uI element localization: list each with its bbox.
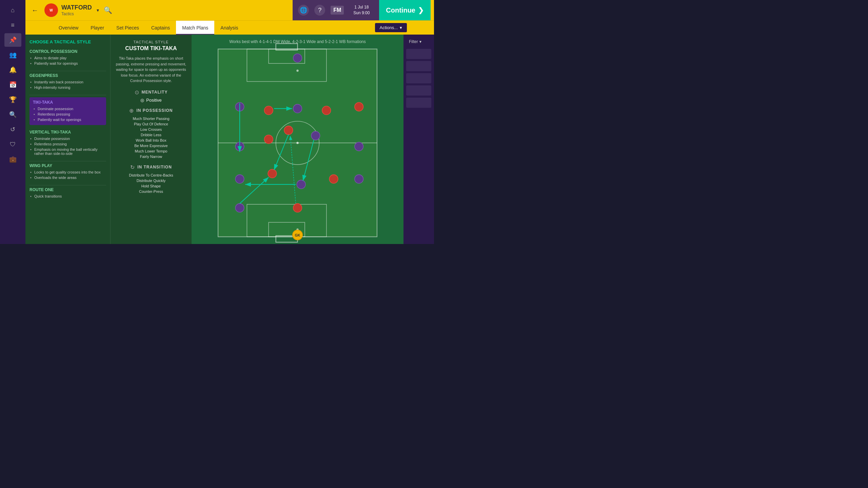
tactical-name: CUSTOM TIKI-TAKA: [115, 45, 187, 52]
tab-overview[interactable]: Overview: [53, 21, 84, 35]
style-tiki-taka[interactable]: TIKI-TAKA Dominate possession Relentless…: [29, 97, 106, 125]
transition-item: Distribute To Centre-Backs: [115, 172, 187, 178]
svg-point-13: [293, 54, 302, 62]
sidebar-shield[interactable]: 🛡: [4, 138, 21, 151]
svg-point-18: [355, 102, 363, 111]
in-possession-header: ⊕ IN POSSESSION: [115, 107, 187, 114]
back-button[interactable]: ←: [29, 5, 41, 16]
tactical-style-title: CHOOSE A TACTICAL STYLE: [29, 39, 106, 44]
style-bullets-control-possession: Aims to dictate play Patiently wait for …: [29, 55, 106, 66]
sidebar-search[interactable]: 🔍: [4, 108, 21, 121]
style-bullets-gegenpress: Instantly win back possession High-inten…: [29, 79, 106, 90]
divider: [29, 71, 106, 71]
svg-point-22: [311, 131, 320, 140]
bullet: Aims to dictate play: [29, 55, 106, 61]
far-right-item[interactable]: [406, 73, 431, 83]
mentality-header: ⊙ MENTALITY: [115, 89, 187, 96]
svg-point-16: [293, 104, 302, 113]
nav-tabs: Overview Player Set Pieces Captains Matc…: [25, 20, 434, 35]
bullet: Relentless pressing: [33, 111, 103, 117]
time: Sun 9:00: [353, 10, 370, 16]
style-name-control-possession: CONTROL POSSESSION: [29, 49, 106, 54]
style-vertical-tiki-taka[interactable]: VERTICAL TIKI-TAKA Dominate possession R…: [29, 130, 106, 156]
far-right-items: [406, 49, 431, 108]
continue-button[interactable]: Continue ❯: [379, 0, 431, 20]
pitch-svg: GK: [192, 35, 403, 244]
style-name-vertical-tiki-taka: VERTICAL TIKI-TAKA: [29, 130, 106, 135]
continue-icon: ❯: [418, 6, 424, 14]
mentality-title: MENTALITY: [142, 90, 168, 95]
globe-button[interactable]: 🌐: [298, 5, 309, 16]
pitch-panel: Works best with 4-1-4-1 DM Wide, 4-2-3-1…: [192, 35, 403, 244]
tab-match-plans[interactable]: Match Plans: [176, 21, 214, 35]
bullet: Relentless pressing: [29, 141, 106, 147]
divider: [29, 95, 106, 95]
sidebar-refresh[interactable]: ↺: [4, 123, 21, 136]
far-right-item[interactable]: [406, 49, 431, 59]
bullet: Patiently wait for openings: [33, 117, 103, 122]
sidebar-clipboard[interactable]: ≡: [4, 18, 21, 32]
mentality-value: ◎ Positive: [115, 98, 187, 103]
style-wing-play[interactable]: WING PLAY Looks to get quality crosses i…: [29, 163, 106, 180]
style-name-wing-play: WING PLAY: [29, 163, 106, 168]
tab-analysis[interactable]: Analysis: [214, 21, 244, 35]
possession-item: Fairly Narrow: [115, 154, 187, 159]
top-icons: 🌐 ? FM 1 Jul 18 Sun 9:00: [293, 0, 379, 20]
bullet: Quick transitions: [29, 194, 106, 199]
actions-dropdown-icon: ▾: [400, 25, 402, 30]
tactical-description: Tiki-Taka places the emphasis on short p…: [115, 56, 187, 84]
transition-item: Hold Shape: [115, 183, 187, 189]
sidebar-trophy[interactable]: 🏆: [4, 93, 21, 106]
bullet: Overloads the wide areas: [29, 175, 106, 180]
svg-point-15: [264, 106, 273, 115]
possession-item: Low Crosses: [115, 127, 187, 132]
style-bullets-tiki-taka: Dominate possession Relentless pressing …: [33, 106, 103, 122]
style-control-possession[interactable]: CONTROL POSSESSION Aims to dictate play …: [29, 49, 106, 66]
sidebar-tactics[interactable]: 📌: [4, 33, 21, 47]
club-dropdown[interactable]: ▾: [97, 7, 99, 13]
sidebar: ⌂ ≡ 📌 👥 🔔 📅 🏆 🔍 ↺ 🛡 💼: [0, 0, 25, 244]
sidebar-squad[interactable]: 👥: [4, 48, 21, 62]
tactical-style-panel: CHOOSE A TACTICAL STYLE CONTROL POSSESSI…: [25, 35, 110, 244]
sidebar-calendar[interactable]: 📅: [4, 78, 21, 92]
sidebar-notifications[interactable]: 🔔: [4, 63, 21, 77]
filter-button[interactable]: Filter ▾: [406, 38, 431, 45]
sidebar-briefcase[interactable]: 💼: [4, 152, 21, 166]
svg-point-20: [264, 135, 273, 144]
actions-button[interactable]: Actions... ▾: [375, 23, 407, 32]
far-right-item[interactable]: [406, 61, 431, 71]
style-route-one[interactable]: ROUTE ONE Quick transitions: [29, 187, 106, 199]
transition-item: Distribute Quickly: [115, 178, 187, 183]
in-possession-items: Much Shorter Passing Play Out Of Defence…: [115, 116, 187, 159]
style-bullets-route-one: Quick transitions: [29, 194, 106, 199]
tab-player[interactable]: Player: [84, 21, 110, 35]
club-name: WATFORD: [61, 4, 92, 12]
svg-text:GK: GK: [295, 233, 300, 237]
in-transition-icon: ↻: [130, 164, 135, 170]
help-button[interactable]: ?: [314, 5, 325, 16]
pitch-header: Works best with 4-1-4-1 DM Wide, 4-2-3-1…: [192, 39, 403, 44]
in-transition-title: IN TRANSITION: [137, 165, 172, 169]
mentality-icon: ⊙: [135, 89, 139, 96]
tab-set-pieces[interactable]: Set Pieces: [110, 21, 145, 35]
far-right-item[interactable]: [406, 98, 431, 108]
svg-point-4: [296, 142, 298, 144]
style-name-tiki-taka: TIKI-TAKA: [33, 100, 103, 105]
svg-point-25: [268, 169, 277, 178]
actions-label: Actions...: [380, 25, 398, 30]
svg-point-28: [355, 175, 363, 183]
sidebar-home[interactable]: ⌂: [4, 3, 21, 17]
club-info: WATFORD Tactics: [61, 4, 92, 16]
tab-captains[interactable]: Captains: [145, 21, 176, 35]
svg-point-23: [355, 142, 363, 151]
transition-item: Counter-Press: [115, 189, 187, 194]
far-right-item[interactable]: [406, 85, 431, 96]
club-badge: W: [44, 3, 58, 17]
bullet: Emphasis on moving the ball vertically r…: [29, 147, 106, 156]
style-bullets-wing-play: Looks to get quality crosses into the bo…: [29, 169, 106, 180]
tactical-style-label: TACTICAL STYLE: [115, 40, 187, 44]
style-gegenpress[interactable]: GEGENPRESS Instantly win back possession…: [29, 73, 106, 90]
possession-item: Much Shorter Passing: [115, 116, 187, 121]
bullet: Instantly win back possession: [29, 79, 106, 85]
search-button[interactable]: 🔍: [104, 6, 112, 14]
